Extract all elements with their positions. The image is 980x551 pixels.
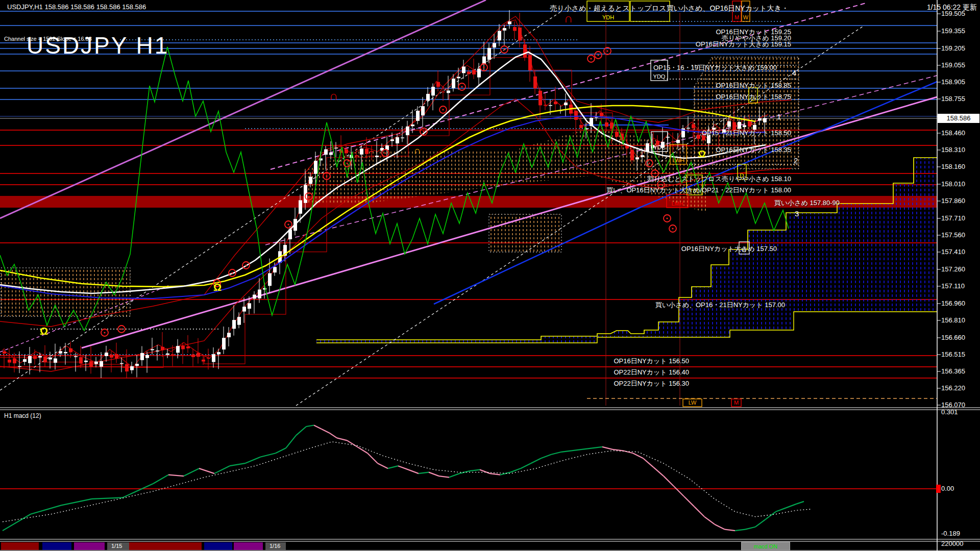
macd-line <box>260 453 276 457</box>
macd-line <box>510 468 521 472</box>
price-axis-label: 159.505 <box>941 10 965 17</box>
macd-line <box>276 448 286 453</box>
macd-line <box>694 507 704 517</box>
op-annotation: 買い小さめ、OP16・21日NYカット 157.00 <box>655 300 785 310</box>
entry-marker-dot <box>666 217 668 219</box>
marker-box-label: YDO <box>653 73 666 80</box>
entry-marker-dot <box>423 131 424 132</box>
op-annotation: 割り込むとストップロス売りやや小さめ 158.10 <box>647 174 791 184</box>
marker-box-label: LWH <box>672 157 684 163</box>
macd-line <box>449 473 459 477</box>
macd-indicator-title: H1 macd (12) <box>4 412 41 419</box>
op-annotation: OP16日NYカット大きめ 157.50 <box>681 244 777 254</box>
marker-box-label: LW <box>689 399 697 406</box>
macd-line <box>61 499 92 505</box>
marker-box-label: YDH <box>602 14 614 20</box>
marker-box-label: M <box>734 399 739 406</box>
macd-line <box>490 473 500 474</box>
entry-marker-dot <box>104 332 105 333</box>
macd-line <box>715 524 725 530</box>
entry-marker-dot <box>287 223 289 225</box>
macd-line <box>286 435 296 448</box>
price-axis-label: 156.960 <box>941 299 965 307</box>
price-axis-label: -0.189 <box>941 530 960 537</box>
macd-line <box>551 452 561 455</box>
op-annotation: OP15・16・19日NYカット大きめ 159.00 <box>653 63 777 72</box>
channel-info-label: Channel size = 1592 Slope = 16.08 <box>4 36 92 42</box>
session-segment <box>204 542 232 550</box>
entry-marker-dot <box>231 272 233 273</box>
macd-line <box>31 505 61 514</box>
session-segment <box>234 542 263 550</box>
price-axis-label: 156.515 <box>941 350 965 358</box>
reversal-symbol: Ω <box>698 149 705 159</box>
marker-box-label: YDC <box>653 144 665 151</box>
price-axis-label: 157.860 <box>941 197 965 205</box>
macd-line <box>776 508 786 511</box>
session-date-label: 1/16 <box>270 543 280 549</box>
macd-line <box>521 463 531 468</box>
macd-line <box>337 438 347 440</box>
macd-line <box>745 527 755 530</box>
macd-line <box>541 455 551 458</box>
entry-marker-dot <box>597 54 599 56</box>
reversal-symbol: ∩ <box>413 145 421 156</box>
entry-marker-dot <box>672 228 673 229</box>
macd-line <box>602 447 612 449</box>
macd-line <box>643 458 653 467</box>
macd-line <box>684 496 694 507</box>
marker-box-label: W <box>743 14 749 20</box>
price-axis-label: 158.010 <box>941 180 965 188</box>
macd-line <box>322 429 329 433</box>
reversal-symbol: Ω <box>213 282 222 293</box>
entry-marker-dot <box>483 66 484 68</box>
macd-line <box>429 472 439 476</box>
wave-count-label: 3 <box>795 209 799 218</box>
macd-line <box>306 425 314 427</box>
macd-line <box>92 497 122 498</box>
macd-line <box>168 475 184 476</box>
session-date-label: 1/15 <box>111 543 122 549</box>
macd-line <box>347 440 357 446</box>
macd-line <box>633 453 643 458</box>
op-annotation: 買い小さめ 157.80-90 <box>774 198 840 208</box>
macd-line <box>184 468 199 476</box>
price-axis-label: 157.260 <box>941 265 965 273</box>
macd-toggle-button[interactable]: macd ON <box>741 542 790 550</box>
op-annotation: OP15・21日NYカット 158.50 <box>702 129 791 138</box>
price-axis-label: 158.310 <box>941 146 965 154</box>
chart-canvas[interactable]: ∩∩ΩΩ∩ΩYDHMWYDOYDCLWHYDLDDLMHWLWM <box>0 0 980 551</box>
macd-line <box>378 463 388 468</box>
price-axis-label: 158.905 <box>941 78 965 86</box>
price-axis-label: 158.755 <box>941 95 965 103</box>
symbol-ohlc-title: USDJPY,H1 158.586 158.586 158.586 158.58… <box>7 3 146 11</box>
macd-line <box>388 466 398 468</box>
top-trade-note: 売り小さめ・超えるとストップロス買い小さめ、OP16日NYカット大き・ <box>550 4 789 13</box>
price-axis-label: 220000 <box>941 540 963 547</box>
macd-line <box>122 484 153 497</box>
macd-line <box>408 470 419 473</box>
reversal-symbol: Ω <box>40 325 48 337</box>
macd-line <box>3 514 31 531</box>
price-axis-label: 156.365 <box>941 367 965 375</box>
trading-chart-window: ∩∩ΩΩ∩ΩYDHMWYDOYDCLWHYDLDDLMHWLWM USDJPY,… <box>0 0 980 551</box>
wave-count-label: 2 <box>794 156 798 165</box>
macd-signal-line <box>3 442 812 522</box>
macd-line <box>470 470 480 471</box>
wave-count-label: 1 <box>777 112 781 121</box>
ichimoku-cloud <box>489 214 561 252</box>
macd-line <box>153 475 168 484</box>
macd-line <box>296 427 306 435</box>
current-price-box: 158.586 <box>938 114 979 123</box>
macd-line <box>664 476 674 486</box>
price-axis-label: 156.070 <box>941 401 965 409</box>
macd-line <box>419 472 429 473</box>
macd-line <box>674 486 684 496</box>
macd-line <box>735 530 745 531</box>
macd-line <box>230 463 245 466</box>
marker-box-label: LMH <box>671 201 683 207</box>
macd-line <box>329 433 337 438</box>
macd-line <box>439 476 449 477</box>
op-annotation: OP16日NYカット 156.50 <box>614 357 689 366</box>
op-annotation: OP22日NYカット 156.40 <box>614 368 689 377</box>
